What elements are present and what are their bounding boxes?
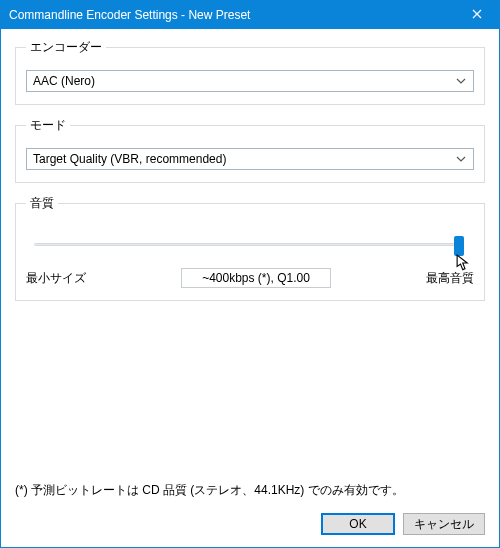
- encoder-legend: エンコーダー: [26, 39, 106, 56]
- ok-button-label: OK: [349, 517, 366, 531]
- quality-group: 音質 最小サイズ ~400kbps (*), Q1.00 最高音質: [15, 195, 485, 301]
- mode-legend: モード: [26, 117, 70, 134]
- encoder-select[interactable]: AAC (Nero): [26, 70, 474, 92]
- window-title: Commandline Encoder Settings - New Prese…: [9, 8, 250, 22]
- quality-slider[interactable]: [28, 234, 472, 260]
- quality-min-label: 最小サイズ: [26, 270, 86, 287]
- footnote-text: (*) 予測ビットレートは CD 品質 (ステレオ、44.1KHz) でのみ有効…: [15, 482, 485, 499]
- chevron-down-icon: [453, 78, 469, 84]
- dialog-window: Commandline Encoder Settings - New Prese…: [0, 0, 500, 548]
- close-icon: [472, 8, 482, 22]
- mode-select[interactable]: Target Quality (VBR, recommended): [26, 148, 474, 170]
- titlebar: Commandline Encoder Settings - New Prese…: [1, 1, 499, 29]
- encoder-group: エンコーダー AAC (Nero): [15, 39, 485, 105]
- mode-selected-value: Target Quality (VBR, recommended): [33, 152, 226, 166]
- dialog-button-row: OK キャンセル: [15, 513, 485, 535]
- ok-button[interactable]: OK: [321, 513, 395, 535]
- quality-bitrate-display: ~400kbps (*), Q1.00: [181, 268, 331, 288]
- encoder-selected-value: AAC (Nero): [33, 74, 95, 88]
- quality-legend: 音質: [26, 195, 58, 212]
- quality-labels: 最小サイズ ~400kbps (*), Q1.00 最高音質: [26, 268, 474, 288]
- cancel-button[interactable]: キャンセル: [403, 513, 485, 535]
- close-button[interactable]: [455, 1, 499, 29]
- slider-track: [34, 243, 464, 246]
- mode-group: モード Target Quality (VBR, recommended): [15, 117, 485, 183]
- quality-max-label: 最高音質: [426, 270, 474, 287]
- client-area: エンコーダー AAC (Nero) モード Target Quality (VB…: [1, 29, 499, 547]
- chevron-down-icon: [453, 156, 469, 162]
- cancel-button-label: キャンセル: [414, 516, 474, 533]
- slider-thumb[interactable]: [454, 236, 464, 256]
